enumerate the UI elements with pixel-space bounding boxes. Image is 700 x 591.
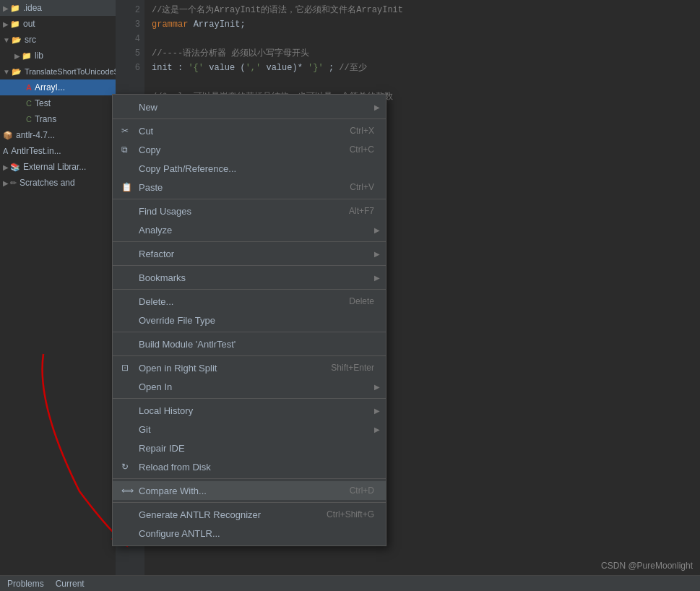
menu-shortcut: Ctrl+D [350,486,374,496]
folder-icon: 📁 [10,4,20,13]
menu-label: Compare With... [139,486,335,496]
sidebar-item-label: out [23,19,35,29]
trans-icon: C [26,115,32,124]
menu-item-compare-with[interactable]: ⟺ Compare With... Ctrl+D [113,481,386,500]
sidebar-item-test[interactable]: C Test [0,95,116,111]
sidebar-item-label: TranslateShortToUnicodeStringTest [25,67,116,76]
menu-separator [113,118,386,119]
menu-shortcut: Shift+Enter [331,363,374,373]
folder-icon: 📁 [22,51,32,61]
folder-icon: 📂 [12,67,22,77]
menu-shortcut: Delete [349,296,374,306]
menu-item-refactor[interactable]: Refactor [113,244,386,263]
sidebar-item-antlr[interactable]: 📦 antlr-4.7... [0,127,116,143]
menu-item-paste[interactable]: 📋 Paste Ctrl+V [113,178,386,197]
menu-label: Bookmarks [139,272,374,283]
sidebar-item-scratches[interactable]: ▶ ✏ Scratches and [0,175,116,191]
sidebar-item-label: ArrayI... [35,82,65,92]
menu-item-build-module[interactable]: Build Module 'AntlrTest' [113,335,386,353]
sidebar-item-out[interactable]: ▶ 📁 out [0,16,116,32]
copy-icon: ⧉ [121,144,134,155]
menu-item-override-file-type[interactable]: Override File Type [113,311,386,329]
sidebar-item-arrayinit[interactable]: A ArrayI... [0,79,116,95]
expand-arrow: ▶ [3,4,9,12]
menu-label: Paste [139,182,335,193]
scratch-icon: ✏ [10,178,17,188]
menu-label: Reload from Disk [139,462,374,473]
menu-shortcut: Ctrl+V [350,182,374,192]
menu-label: Copy [139,144,335,155]
menu-label: Open In [139,381,374,392]
menu-shortcut: Alt+F7 [349,206,374,216]
menu-shortcut: Ctrl+C [350,144,374,155]
menu-label: Override File Type [139,315,374,326]
menu-item-configure-antlr[interactable]: Configure ANTLR... [113,524,386,543]
menu-label: Cut [139,126,335,137]
menu-label: Configure ANTLR... [139,528,374,539]
reload-icon: ↻ [121,462,134,472]
menu-item-new[interactable]: New [113,98,386,116]
context-menu: New ✂ Cut Ctrl+X ⧉ Copy Ctrl+C Copy Path… [112,94,386,546]
menu-label: Build Module 'AntlrTest' [139,339,374,350]
menu-label: Git [139,424,374,435]
menu-item-bookmarks[interactable]: Bookmarks [113,268,386,287]
menu-separator [113,241,386,242]
menu-item-reload-disk[interactable]: ↻ Reload from Disk [113,457,386,476]
folder-icon: 📂 [12,35,22,45]
menu-separator [113,478,386,479]
expand-arrow-down: ▼ [3,68,10,76]
sidebar-item-label: lib [35,51,43,61]
menu-label: Delete... [139,296,334,307]
menu-item-copy-path[interactable]: Copy Path/Reference... [113,159,386,178]
menu-shortcut: Ctrl+X [350,126,374,136]
menu-label: Copy Path/Reference... [139,163,374,174]
menu-item-cut[interactable]: ✂ Cut Ctrl+X [113,121,386,140]
compare-icon: ⟺ [121,486,134,496]
sidebar-item-lib[interactable]: ▶ 📁 lib [0,48,116,64]
expand-arrow-down: ▼ [3,36,10,44]
sidebar-item-label: External Librar... [23,162,86,172]
menu-item-find-usages[interactable]: Find Usages Alt+F7 [113,202,386,220]
watermark: CSDN @PureMoonlight [601,561,693,571]
open-split-icon: ⊡ [121,363,134,373]
paste-icon: 📋 [121,182,134,192]
menu-separator [113,332,386,332]
problems-label[interactable]: Problems [7,579,44,589]
menu-separator [113,398,386,399]
sidebar-item-label: Test [35,98,51,108]
menu-item-repair-ide[interactable]: Repair IDE [113,439,386,457]
jar-icon: 📦 [3,131,13,140]
menu-item-open-in[interactable]: Open In [113,377,386,396]
expand-arrow: ▶ [14,52,20,60]
menu-separator [113,289,386,290]
menu-label: Local History [139,405,374,416]
menu-separator [113,355,386,356]
current-label[interactable]: Current [56,579,85,589]
expand-arrow: ▶ [3,179,9,187]
menu-item-copy[interactable]: ⧉ Copy Ctrl+C [113,140,386,159]
menu-label: Generate ANTLR Recognizer [139,509,312,520]
menu-label: Analyze [139,225,374,236]
sidebar-item-idea[interactable]: ▶ 📁 .idea [0,0,116,16]
menu-item-analyze[interactable]: Analyze [113,220,386,239]
sidebar-item-external[interactable]: ▶ 📚 External Librar... [0,159,116,175]
menu-item-delete[interactable]: Delete... Delete [113,292,386,311]
expand-arrow: ▶ [3,163,9,171]
expand-arrow: ▶ [3,20,9,28]
menu-item-local-history[interactable]: Local History [113,401,386,420]
sidebar-item-translate[interactable]: ▼ 📂 TranslateShortToUnicodeStringTest [0,64,116,79]
sidebar-item-label: antlr-4.7... [16,130,55,140]
sidebar-item-antlrtest[interactable]: A AntlrTest.in... [0,143,116,159]
menu-label: New [139,102,374,113]
menu-shortcut: Ctrl+Shift+G [327,509,374,519]
menu-label: Find Usages [139,206,334,217]
menu-item-generate-antlr[interactable]: Generate ANTLR Recognizer Ctrl+Shift+G [113,505,386,524]
bottom-bar: Problems Current [0,575,700,591]
menu-label: Refactor [139,249,374,259]
sidebar-item-trans[interactable]: C Trans [0,111,116,127]
menu-item-git[interactable]: Git [113,420,386,439]
menu-item-open-right-split[interactable]: ⊡ Open in Right Split Shift+Enter [113,358,386,377]
sidebar-item-src[interactable]: ▼ 📂 src [0,32,116,48]
menu-separator [113,199,386,199]
folder-icon: 📁 [10,20,20,29]
